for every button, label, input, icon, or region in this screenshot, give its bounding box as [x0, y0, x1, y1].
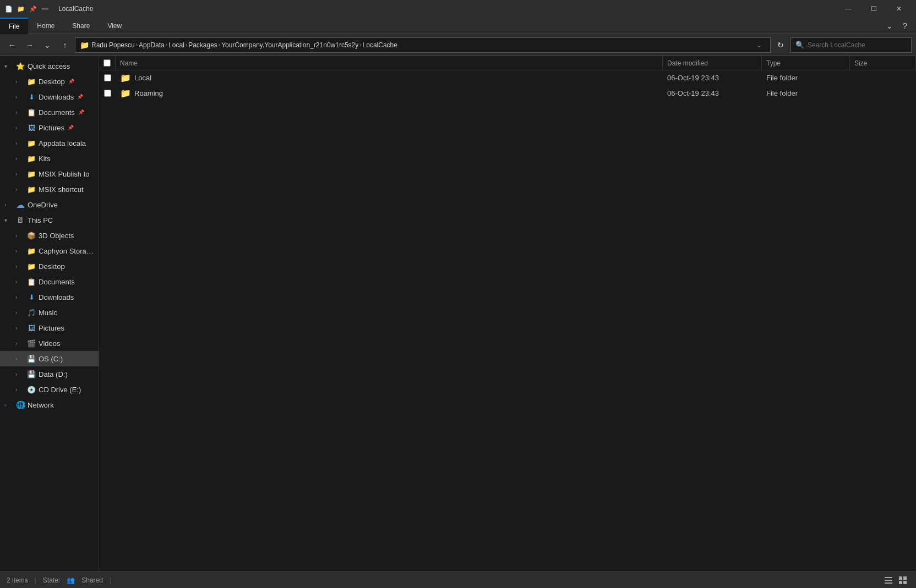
sidebar-item-documents-qa[interactable]: › 📋 Documents 📌: [0, 105, 99, 120]
up-directory-button[interactable]: ↑: [57, 37, 73, 53]
sidebar-item-onedrive[interactable]: › ☁ OneDrive: [0, 197, 99, 212]
sidebar-item-pictures-pc[interactable]: › 🖼 Pictures: [0, 320, 99, 336]
sidebar-item-pictures-qa[interactable]: › 🖼 Pictures 📌: [0, 120, 99, 135]
tab-share[interactable]: Share: [63, 18, 99, 34]
row-checkbox-2[interactable]: [104, 90, 111, 97]
expand-arrow: ›: [15, 387, 24, 393]
sidebar-label: Desktop: [39, 262, 65, 271]
network-icon: 🌐: [15, 400, 25, 410]
svg-rect-3: [899, 576, 902, 580]
details-view-button[interactable]: [882, 574, 895, 587]
header-name[interactable]: Name: [116, 56, 663, 70]
sidebar-label: Caphyon Stora…: [39, 247, 94, 255]
folder-icon: 📁: [120, 88, 131, 98]
sidebar-item-msix-shortcut-qa[interactable]: › 📁 MSIX shortcut: [0, 182, 99, 197]
expand-arrow: ›: [15, 340, 24, 347]
pc-icon: 🖥: [15, 215, 25, 225]
title-bar-icons: 📄 📁 📌 ➖: [4, 4, 50, 13]
expand-arrow: ›: [15, 356, 24, 362]
expand-arrow: ›: [15, 310, 24, 316]
header-type[interactable]: Type: [762, 56, 850, 70]
sidebar-item-videos-pc[interactable]: › 🎬 Videos: [0, 336, 99, 351]
expand-arrow: ›: [15, 171, 24, 177]
header-checkbox[interactable]: [99, 56, 116, 70]
sidebar-item-data-d[interactable]: › 💾 Data (D:): [0, 366, 99, 382]
svg-rect-6: [903, 581, 907, 584]
header-date-modified[interactable]: Date modified: [663, 56, 762, 70]
path-segment-3: Local: [168, 41, 184, 49]
tab-view[interactable]: View: [99, 18, 130, 34]
file-list-header: Name Date modified Type Size: [99, 56, 916, 70]
sidebar-label: Downloads: [39, 293, 74, 301]
app-icon-1: 📄: [4, 4, 13, 13]
sidebar-label: Videos: [39, 339, 61, 348]
large-icons-view-button[interactable]: [896, 574, 909, 587]
sidebar-item-kits-qa[interactable]: › 📁 Kits: [0, 151, 99, 166]
sidebar-item-msix-publish-qa[interactable]: › 📁 MSIX Publish to: [0, 166, 99, 182]
sidebar-item-os-c[interactable]: › 💾 OS (C:): [0, 351, 99, 366]
select-all-checkbox[interactable]: [103, 59, 111, 67]
expand-arrow: ›: [15, 156, 24, 162]
up-expand-button[interactable]: ⌄: [40, 37, 55, 53]
sidebar-label: CD Drive (E:): [39, 386, 81, 394]
header-size[interactable]: Size: [850, 56, 916, 70]
sidebar-item-appdata-qa[interactable]: › 📁 Appdata locala: [0, 135, 99, 151]
separator-1: |: [35, 576, 36, 584]
expand-arrow: ›: [15, 94, 24, 100]
window-title: LocalCache: [54, 5, 831, 13]
sidebar-label: MSIX Publish to: [39, 170, 90, 178]
sidebar-item-this-pc[interactable]: ▾ 🖥 This PC: [0, 212, 99, 228]
file-type: File folder: [766, 89, 798, 97]
sidebar-label: Downloads: [39, 93, 74, 101]
row-checkbox-1[interactable]: [104, 74, 111, 81]
expand-arrow: ›: [15, 233, 24, 239]
minimize-button[interactable]: —: [836, 0, 861, 18]
drive-c-icon: 💾: [26, 354, 36, 364]
refresh-button[interactable]: ↻: [773, 37, 788, 53]
sidebar-label: Documents: [39, 108, 75, 117]
search-input[interactable]: [808, 41, 907, 49]
sidebar-item-downloads-pc[interactable]: › ⬇ Downloads: [0, 289, 99, 305]
status-bar: 2 items | State: 👥 Shared |: [0, 571, 916, 588]
sidebar-item-desktop-pc[interactable]: › 📁 Desktop: [0, 259, 99, 274]
address-dropdown-button[interactable]: ⌄: [753, 41, 766, 49]
folder-3d-icon: 📦: [26, 230, 36, 240]
sidebar-label: Pictures: [39, 324, 64, 332]
tab-home[interactable]: Home: [28, 18, 63, 34]
forward-button[interactable]: →: [22, 37, 37, 53]
expand-arrow: ▾: [4, 217, 13, 223]
maximize-button[interactable]: ☐: [861, 0, 886, 18]
file-area: Name Date modified Type Size 📁 Local: [99, 56, 916, 571]
quick-access-icon: ⭐: [15, 61, 25, 71]
ribbon-collapse-button[interactable]: ⌄: [883, 19, 896, 32]
sidebar-item-desktop-qa[interactable]: › 📁 Desktop 📌: [0, 74, 99, 89]
sidebar-label: Data (D:): [39, 370, 68, 378]
back-button[interactable]: ←: [4, 37, 20, 53]
sidebar-item-cd-drive-e[interactable]: › 💿 CD Drive (E:): [0, 382, 99, 397]
sidebar-label: Network: [28, 401, 54, 409]
sidebar-item-documents-pc[interactable]: › 📋 Documents: [0, 274, 99, 289]
sidebar-quick-access-header[interactable]: ▾ ⭐ Quick access: [0, 58, 99, 74]
file-name: Roaming: [134, 89, 163, 97]
download-folder-icon: ⬇: [26, 292, 36, 302]
sidebar-label: Pictures: [39, 124, 64, 132]
svg-rect-0: [885, 577, 892, 578]
sidebar-item-caphyon[interactable]: › 📁 Caphyon Stora…: [0, 243, 99, 259]
tab-file[interactable]: File: [0, 18, 28, 34]
separator-2: |: [110, 576, 111, 584]
expand-arrow: ›: [15, 325, 24, 331]
sidebar-item-music-pc[interactable]: › 🎵 Music: [0, 305, 99, 320]
sidebar-label: Documents: [39, 278, 75, 286]
music-folder-icon: 🎵: [26, 307, 36, 317]
table-row[interactable]: 📁 Roaming 06-Oct-19 23:43 File folder: [99, 86, 916, 101]
file-type: File folder: [766, 74, 798, 82]
sidebar-item-downloads-qa[interactable]: › ⬇ Downloads 📌: [0, 89, 99, 105]
sidebar-item-network[interactable]: › 🌐 Network: [0, 397, 99, 413]
help-button[interactable]: ?: [898, 19, 912, 32]
address-bar[interactable]: 📁 Radu Popescu › AppData › Local › Packa…: [75, 37, 771, 53]
close-button[interactable]: ✕: [886, 0, 912, 18]
table-row[interactable]: 📁 Local 06-Oct-19 23:43 File folder: [99, 70, 916, 86]
sidebar-item-3d-objects[interactable]: › 📦 3D Objects: [0, 228, 99, 243]
path-segment-2: AppData: [139, 41, 165, 49]
folder-icon: 📁: [120, 73, 131, 83]
